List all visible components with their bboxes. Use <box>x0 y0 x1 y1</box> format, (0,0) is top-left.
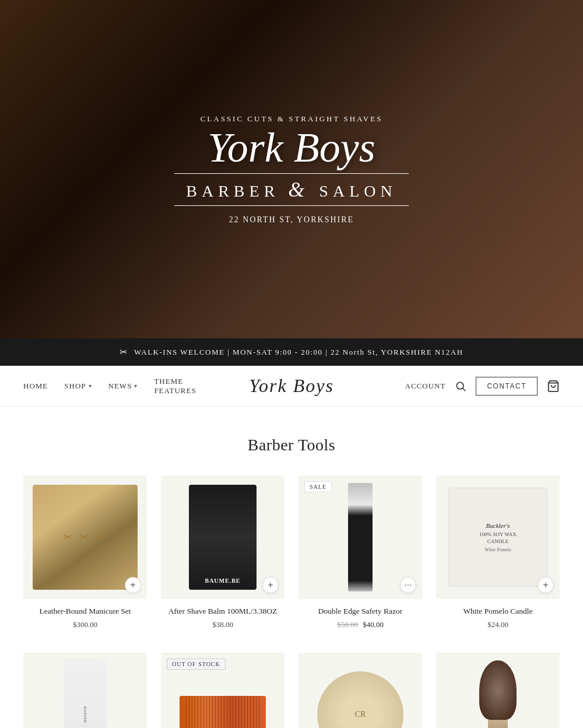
moisturizer-image <box>64 659 107 728</box>
comb-image <box>180 696 266 728</box>
product-image-comb: OUT OF STOCK <box>161 653 285 728</box>
product-image-candle: Buckler's 100% SOY WAXCANDLE White Pomel… <box>436 475 560 599</box>
nav-left: HOME SHOP ▾ NEWS ▾ THEME FEATURES <box>23 377 202 396</box>
product-name-candle: White Pomelo Candle <box>436 606 560 617</box>
brush-handle <box>488 720 508 728</box>
manicure-image <box>33 485 138 590</box>
main-content: Barber Tools + Leather-Bound Manicure Se… <box>0 407 583 728</box>
candle-title: 100% SOY WAXCANDLE <box>479 531 517 545</box>
product-image-manicure: + <box>23 475 147 599</box>
hero-brand-name: York Boys <box>174 127 408 169</box>
announcement-text: WALK-INS WELCOME | MON-SAT 9:00 - 20:00 … <box>134 348 463 357</box>
brush-image <box>479 660 517 728</box>
product-price-balm: $38.00 <box>161 620 285 629</box>
product-image-balm: + <box>161 475 285 599</box>
section-title: Barber Tools <box>23 436 560 454</box>
contact-button[interactable]: CONTACT <box>476 377 538 396</box>
nav-account-link[interactable]: ACCOUNT <box>405 382 446 391</box>
hero-logo: CLASSIC CUTS & STRAIGHT SHAVES York Boys… <box>174 114 408 225</box>
product-name-razor: Double Edge Safety Razor <box>298 606 422 617</box>
product-grid-row1: + Leather-Bound Manicure Set $300.00 + A… <box>23 475 560 629</box>
product-image-brush <box>436 653 560 728</box>
out-of-stock-badge-comb: OUT OF STOCK <box>167 659 226 670</box>
product-card-moisturizer[interactable]: Oil Free Moisturizer <box>23 653 147 728</box>
hero-salon-label: SaLoN <box>319 182 396 200</box>
product-card-brush[interactable]: Rooney Shaving Brush <box>436 653 560 728</box>
nav-item-shop[interactable]: SHOP ▾ <box>64 382 92 391</box>
candle-image: Buckler's 100% SOY WAXCANDLE White Pomel… <box>448 488 547 587</box>
navbar: HOME SHOP ▾ NEWS ▾ THEME FEATURES York B… <box>0 366 583 407</box>
hero-ampersand: & <box>288 178 319 201</box>
more-options-razor[interactable]: ··· <box>400 577 416 593</box>
add-to-cart-balm[interactable]: + <box>262 577 279 593</box>
sale-badge-razor: SALE <box>304 481 332 492</box>
product-grid-row2: Oil Free Moisturizer OUT OF STOCK Classi… <box>23 653 560 728</box>
balm-image <box>189 485 257 590</box>
svg-point-0 <box>457 382 464 389</box>
nav-brand: York Boys <box>249 375 334 397</box>
add-to-cart-manicure[interactable]: + <box>125 577 141 593</box>
product-price-manicure: $300.00 <box>23 620 147 629</box>
shop-dropdown-arrow: ▾ <box>89 383 92 389</box>
nav-right: ACCOUNT CONTACT <box>381 377 560 396</box>
nav-item-theme-features[interactable]: THEME FEATURES <box>154 377 202 396</box>
product-card-comb[interactable]: OUT OF STOCK Classic Comb <box>161 653 285 728</box>
product-name-balm: After Shave Balm 100ML/3.38OZ <box>161 606 285 617</box>
product-price-candle: $24.00 <box>436 620 560 629</box>
cart-icon[interactable] <box>547 380 560 393</box>
hero-tagline: CLASSIC CUTS & STRAIGHT SHAVES <box>174 114 408 124</box>
add-to-cart-candle[interactable]: + <box>538 577 554 593</box>
nav-item-home[interactable]: HOME <box>23 382 48 391</box>
product-card-razor[interactable]: SALE ··· Double Edge Safety Razor $50.00… <box>298 475 422 629</box>
product-image-razor: SALE ··· <box>298 475 422 599</box>
product-name-manicure: Leather-Bound Manicure Set <box>23 606 147 617</box>
hero-section: CLASSIC CUTS & STRAIGHT SHAVES York Boys… <box>0 0 583 338</box>
brush-bristles <box>479 660 517 720</box>
product-price-razor: $50.00 $40.00 <box>298 620 422 629</box>
scissors-icon: ✂ <box>120 346 128 358</box>
candle-scent: White Pomelo <box>484 547 511 552</box>
nav-center: York Boys <box>202 375 381 397</box>
svg-line-1 <box>463 388 466 391</box>
candle-brand: Buckler's <box>486 522 510 529</box>
product-image-moisturizer <box>23 653 147 728</box>
hero-brand-sub: BaRbeR & SaLoN <box>174 173 408 206</box>
soap-image <box>317 671 403 728</box>
search-icon[interactable] <box>455 380 466 392</box>
product-image-soap <box>298 653 422 728</box>
hero-overlay: CLASSIC CUTS & STRAIGHT SHAVES York Boys… <box>0 0 583 338</box>
nav-item-news[interactable]: NEWS ▾ <box>108 382 138 391</box>
hero-address: 22 NORTH ST, YORKSHIRE <box>174 215 408 225</box>
announcement-bar: ✂ WALK-INS WELCOME | MON-SAT 9:00 - 20:0… <box>0 338 583 366</box>
product-card-balm[interactable]: + After Shave Balm 100ML/3.38OZ $38.00 <box>161 475 285 629</box>
product-card-manicure[interactable]: + Leather-Bound Manicure Set $300.00 <box>23 475 147 629</box>
razor-image <box>348 483 373 592</box>
news-dropdown-arrow: ▾ <box>134 383 138 389</box>
hero-barber-label: BaRbeR <box>186 182 279 200</box>
product-card-soap[interactable]: Windsor Shaving Soap <box>298 653 422 728</box>
product-card-candle[interactable]: Buckler's 100% SOY WAXCANDLE White Pomel… <box>436 475 560 629</box>
